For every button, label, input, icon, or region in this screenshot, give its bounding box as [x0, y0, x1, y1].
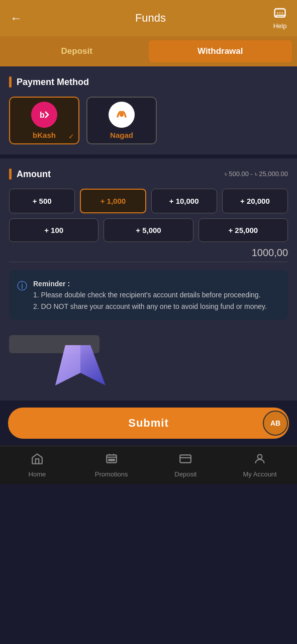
selected-amount-display: 1000,00 [9, 242, 288, 262]
amount-btn-1000[interactable]: + 1,000 [80, 189, 146, 213]
withdrawal-tab[interactable]: Withdrawal [149, 40, 292, 62]
reminder-line2: 2. DO NOT share your account with any on… [33, 302, 267, 310]
nav-home[interactable]: Home [0, 446, 74, 484]
payment-method-title: Payment Method [9, 76, 288, 88]
page-title: Funds [135, 12, 166, 25]
deposit-tab[interactable]: Deposit [5, 40, 149, 62]
amount-section: Amount ৳ 500.00 - ৳ 25,000.00 + 500 + 1,… [0, 158, 297, 330]
nagad-logo-icon [113, 106, 131, 124]
bkash-label: bKash [33, 131, 56, 139]
main-content: Payment Method b bKash ✓ [0, 66, 297, 400]
amount-header: Amount ৳ 500.00 - ৳ 25,000.00 [9, 169, 288, 180]
back-button[interactable]: ← [10, 11, 28, 25]
amount-btn-500[interactable]: + 500 [9, 189, 75, 213]
svg-point-15 [258, 455, 262, 459]
home-icon [31, 452, 44, 468]
svg-point-11 [109, 459, 110, 461]
account-icon [253, 452, 266, 468]
amount-btn-25000[interactable]: + 25,000 [199, 218, 288, 242]
deposit-icon [179, 452, 192, 468]
help-icon [273, 7, 287, 21]
submit-button[interactable]: Submit [8, 408, 289, 439]
nagad-icon-wrap [109, 102, 135, 128]
header: ← Funds Help [0, 0, 297, 36]
nav-home-label: Home [29, 470, 46, 478]
submit-area: Submit AB [0, 400, 297, 446]
bkash-payment-card[interactable]: b bKash ✓ [9, 97, 79, 144]
svg-point-13 [113, 459, 114, 461]
help-label: Help [273, 22, 287, 30]
amount-btn-10000[interactable]: + 10,000 [151, 189, 217, 213]
title-bar-accent [9, 76, 12, 88]
nagad-label: Nagad [110, 131, 133, 139]
bkash-icon-wrap: b [31, 102, 57, 128]
nagad-payment-card[interactable]: Nagad [86, 97, 157, 144]
svg-point-2 [279, 12, 280, 13]
reminder-text: Reminder : 1. Please double check the re… [33, 278, 267, 312]
reminder-box: ⓘ Reminder : 1. Please double check the … [9, 270, 288, 320]
amount-range: ৳ 500.00 - ৳ 25,000.00 [225, 170, 288, 178]
svg-point-7 [120, 113, 124, 117]
floating-avatar[interactable]: AB [263, 411, 288, 436]
info-icon: ⓘ [17, 279, 27, 312]
reminder-line1: 1. Please double check the recipient's a… [33, 291, 261, 299]
amount-btn-20000[interactable]: + 20,000 [222, 189, 288, 213]
bkash-logo-icon: b [36, 107, 52, 123]
svg-point-12 [111, 459, 112, 461]
divider-1 [0, 154, 297, 158]
down-arrow-icon [50, 340, 111, 395]
payment-method-section: Payment Method b bKash ✓ [0, 66, 297, 154]
promotions-icon [105, 452, 118, 468]
title-bar-accent-2 [9, 169, 12, 180]
nav-my-account-label: My Account [243, 470, 277, 478]
bottom-nav: Home Promotions Deposit [0, 446, 297, 484]
nav-promotions-label: Promotions [95, 470, 128, 478]
bkash-check: ✓ [68, 132, 74, 140]
payment-methods-list: b bKash ✓ Nagad [9, 97, 288, 144]
nav-promotions[interactable]: Promotions [74, 446, 149, 484]
nav-deposit-label: Deposit [174, 470, 196, 478]
amount-grid-row2: + 100 + 5,000 + 25,000 [9, 218, 288, 242]
svg-text:b: b [40, 111, 45, 119]
reminder-title: Reminder : [33, 280, 70, 288]
arrow-area [0, 330, 297, 390]
svg-rect-14 [180, 455, 191, 463]
nav-deposit[interactable]: Deposit [149, 446, 223, 484]
svg-point-1 [277, 12, 278, 13]
tab-bar: Deposit Withdrawal [0, 36, 297, 66]
amount-btn-100[interactable]: + 100 [9, 218, 98, 242]
amount-btn-5000[interactable]: + 5,000 [104, 218, 193, 242]
help-button[interactable]: Help [273, 7, 287, 30]
amount-title: Amount [9, 169, 51, 180]
avatar-text: AB [270, 419, 280, 427]
amount-grid-row1: + 500 + 1,000 + 10,000 + 20,000 [9, 189, 288, 213]
svg-point-3 [282, 12, 283, 13]
svg-marker-9 [55, 345, 80, 385]
nav-my-account[interactable]: My Account [223, 446, 297, 484]
